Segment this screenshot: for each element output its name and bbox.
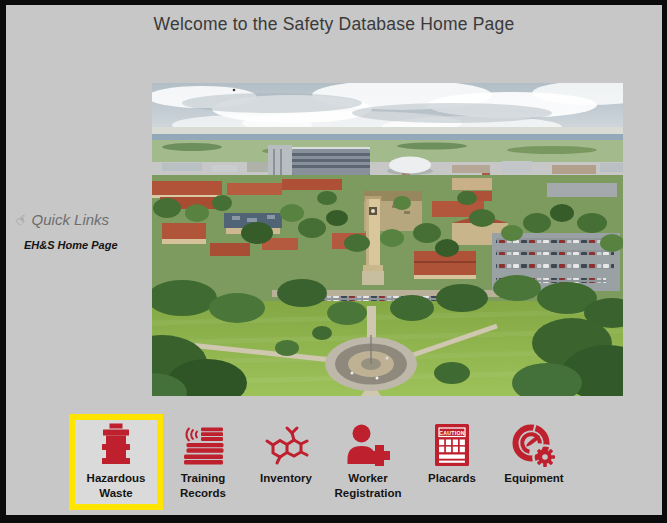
stadium <box>268 145 370 177</box>
nav-label-training-records: Training Records <box>161 471 245 501</box>
nav-label-worker-registration: Worker Registration <box>326 471 410 501</box>
quick-links-label: Quick Links <box>32 211 110 228</box>
nav-item-equipment[interactable]: Equipment <box>487 414 581 510</box>
pointing-hand-icon: ☞ <box>11 210 31 230</box>
nav-label-placards: Placards <box>410 471 494 486</box>
bird-speck <box>233 89 236 92</box>
campus-photo-svg <box>152 83 623 396</box>
caution-text: CAUTION <box>439 430 465 436</box>
caution-placard-icon: CAUTION <box>429 423 475 467</box>
quick-links-panel: ☞Quick Links EH&S Home Page <box>15 211 145 251</box>
nav-label-equipment: Equipment <box>492 471 576 486</box>
campus-aerial-photo <box>152 83 623 396</box>
nav-item-hazardous-waste[interactable]: Hazardous Waste <box>69 414 163 510</box>
nav-label-hazardous-waste: Hazardous Waste <box>74 471 158 501</box>
nav-item-training-records[interactable]: Training Records <box>156 414 250 510</box>
nav-item-inventory[interactable]: Inventory <box>239 414 333 510</box>
quick-links-heading: ☞Quick Links <box>15 211 145 228</box>
safety-database-home-page: Welcome to the Safety Database Home Page… <box>0 0 667 523</box>
horizon-and-river <box>152 127 623 162</box>
training-books-icon <box>180 423 226 467</box>
ehs-home-page-link[interactable]: EH&S Home Page <box>24 239 145 251</box>
page-title: Welcome to the Safety Database Home Page <box>6 14 662 35</box>
worker-add-icon <box>345 423 391 467</box>
nav-item-worker-registration[interactable]: Worker Registration <box>321 414 415 510</box>
gauge-gear-icon <box>511 423 557 467</box>
waste-drum-icon <box>93 423 139 467</box>
molecule-icon <box>263 423 309 467</box>
nav-label-inventory: Inventory <box>244 471 328 486</box>
nav-item-placards[interactable]: CAUTION Placards <box>405 414 499 510</box>
